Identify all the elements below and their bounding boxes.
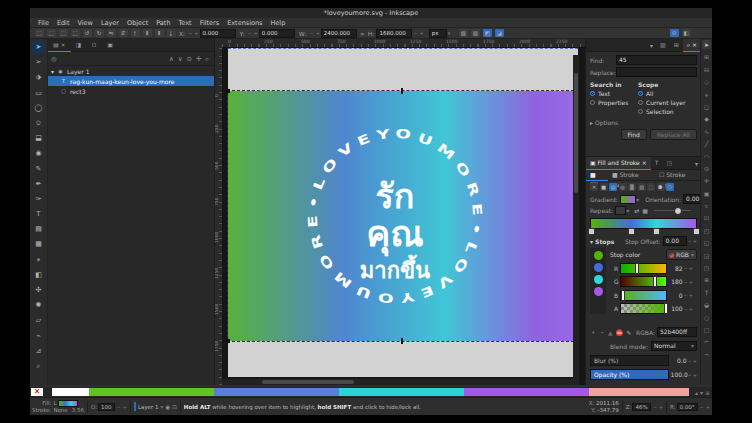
x-value[interactable]: 0.000 <box>200 29 236 38</box>
menu-item[interactable]: Object <box>123 19 152 27</box>
toolbox-tool[interactable]: ✎ <box>32 163 45 176</box>
snap-toggle-icon[interactable]: ◰ <box>702 226 711 235</box>
replace-input[interactable] <box>616 67 697 77</box>
slider-marker[interactable] <box>653 276 657 287</box>
dialog-tab[interactable]: ⊞ <box>670 39 683 51</box>
eyedropper-icon[interactable]: ✎ <box>626 329 631 336</box>
panel-tab[interactable]: ▤ × <box>48 39 71 52</box>
toolbox-tool[interactable]: ⬗ <box>32 71 45 84</box>
snap-toggle-icon[interactable]: ⊞ <box>702 52 711 61</box>
snap-toggle-icon[interactable]: ◇ <box>702 77 711 86</box>
toolbox-tool[interactable]: ⊿ <box>32 345 45 358</box>
radio-properties[interactable]: Properties <box>590 99 638 106</box>
slider-red[interactable]: R 82−+ <box>610 263 697 274</box>
toolbox-tool[interactable]: ▱ <box>32 314 45 327</box>
radio-text[interactable]: Text <box>590 90 638 97</box>
toolbar-icon[interactable]: ⬚ <box>59 29 68 37</box>
toolbox-tool[interactable]: ✒ <box>32 178 45 191</box>
snap-toggle-icon[interactable]: ◲ <box>702 251 711 260</box>
y-value[interactable]: 0.000 <box>259 29 295 38</box>
slider-marker[interactable] <box>635 263 639 274</box>
stop-swatch[interactable] <box>594 275 603 284</box>
find-button[interactable]: Find <box>621 129 647 140</box>
canvas-viewport[interactable]: O U M O R E • L O V E Y O U M O R E • L … <box>222 47 579 379</box>
stop-swatch[interactable] <box>594 251 603 260</box>
snap-toggle-icon[interactable]: ⊟ <box>702 65 711 74</box>
layer-row[interactable]: ▾ ◉ Layer 1 <box>48 66 214 76</box>
w-field[interactable]: W: −+ 2400.000 <box>299 29 357 38</box>
object-label[interactable]: rect3 <box>70 88 86 95</box>
subtab-stroke-paint[interactable]: ■ Stroke paint <box>608 170 655 180</box>
toolbar-icon[interactable]: ↺ <box>83 29 92 37</box>
radio-selection[interactable]: Selection <box>638 108 674 115</box>
menu-item[interactable]: Layer <box>97 19 123 27</box>
scale-toggle[interactable]: ▧ <box>459 29 468 37</box>
radio-all[interactable]: All <box>638 90 653 97</box>
scale-toggle[interactable]: ▨ <box>471 29 480 37</box>
snap-toggle-icon[interactable]: ⊡ <box>702 213 711 222</box>
stop-offset-value[interactable]: 0.00 <box>663 236 687 246</box>
slider-marker[interactable] <box>664 303 668 314</box>
gradient-dropdown[interactable]: ▾ <box>620 195 639 204</box>
menu-item[interactable]: Edit <box>53 19 74 27</box>
horizontal-scrollbar[interactable] <box>222 379 579 385</box>
snap-toggle-icon[interactable]: ◠ <box>702 152 711 161</box>
gradient-stop-handle[interactable] <box>628 228 635 235</box>
scale-toggle[interactable]: ◩ <box>483 29 492 37</box>
layer-label[interactable]: Layer 1 <box>67 68 89 75</box>
stop-swatch[interactable] <box>594 287 603 296</box>
midpoint-slider[interactable] <box>654 210 691 211</box>
snap-toggle-icon[interactable]: ∿ <box>702 127 711 136</box>
stop-swatch[interactable] <box>594 263 603 272</box>
subtab-stroke-style[interactable]: ☐ Stroke style <box>655 170 701 180</box>
toolbox-tool[interactable]: ▦ <box>32 238 45 251</box>
menu-item[interactable]: Path <box>152 19 174 27</box>
color-mode-dropdown[interactable]: ◕ RGB ▾ <box>666 249 697 260</box>
options-expander[interactable]: ▸ Options <box>590 119 618 126</box>
toolbar-right-button[interactable]: ◧ <box>682 29 691 37</box>
toolbox-tool[interactable]: ✺ <box>32 299 45 312</box>
toolbox-tool[interactable]: ⬓ <box>32 132 45 145</box>
eye-icon[interactable]: ◉ <box>57 68 64 75</box>
paint-type-button[interactable]: ✕ <box>590 183 598 191</box>
toolbox-tool[interactable]: ◧ <box>32 269 45 282</box>
gradient-stop-handle[interactable] <box>653 228 660 235</box>
swatch-blue[interactable] <box>214 388 339 396</box>
palette-down-icon[interactable]: ▾ <box>700 389 703 396</box>
find-input[interactable]: 45 <box>616 55 697 65</box>
rotation-field[interactable]: R: 0.00° −+ <box>670 403 710 411</box>
snap-toggle-icon[interactable]: ⌐ <box>702 337 711 346</box>
toolbox-tool[interactable]: ▭ <box>32 87 45 100</box>
filter-icon[interactable]: ◎ <box>51 55 57 63</box>
stops-expander[interactable]: ▾ Stops <box>590 238 614 245</box>
object-row-selected[interactable]: 𝖳 rag-kun-maag-keun-love-you-more <box>48 76 214 86</box>
scale-toggle[interactable]: ◪ <box>495 29 504 37</box>
snap-toggle-icon[interactable]: ⊙ <box>702 164 711 173</box>
blend-mode-dropdown[interactable]: Normal▾ <box>651 341 697 351</box>
paint-type-button[interactable]: ◎ <box>619 183 627 191</box>
toolbar-icon[interactable]: ⭳ <box>167 29 176 37</box>
swatch-none[interactable]: ✕ <box>31 388 43 396</box>
snap-toggle-icon[interactable]: ○ <box>702 313 711 322</box>
panel-tab[interactable]: 🗋 <box>86 39 102 51</box>
layer-visibility-icon[interactable]: ◉ <box>165 404 170 410</box>
slider-marker[interactable] <box>621 290 625 301</box>
snap-toggle-icon[interactable]: ▣ <box>702 189 711 198</box>
toolbar-icon[interactable]: ⬆ <box>143 29 152 37</box>
snap-toggle-icon[interactable]: ◱ <box>702 238 711 247</box>
y-field[interactable]: Y: −+ 0.000 <box>240 29 295 38</box>
add-layer-icon[interactable]: ✛ <box>196 55 201 63</box>
paint-type-button[interactable]: ⭔ <box>666 183 674 191</box>
snap-toggle-icon[interactable]: ➤ <box>702 40 711 49</box>
toolbox-tool[interactable]: ⌁ <box>32 330 45 343</box>
scrollbar-thumb[interactable] <box>574 73 578 193</box>
blur-slider[interactable]: Blur (%) <box>590 355 669 366</box>
gradient-preview-strip[interactable] <box>590 218 697 229</box>
toolbox-tool[interactable]: ◉ <box>32 147 45 160</box>
paint-type-button[interactable]: ⬚ <box>647 183 655 191</box>
tab-text-font[interactable]: T <box>651 157 663 169</box>
selection-handle[interactable] <box>226 89 230 93</box>
swatch-cyan[interactable] <box>339 388 464 396</box>
blend-icon[interactable]: ⊙ <box>186 55 191 63</box>
delete-stop-icon[interactable]: ⛔ <box>616 329 624 336</box>
